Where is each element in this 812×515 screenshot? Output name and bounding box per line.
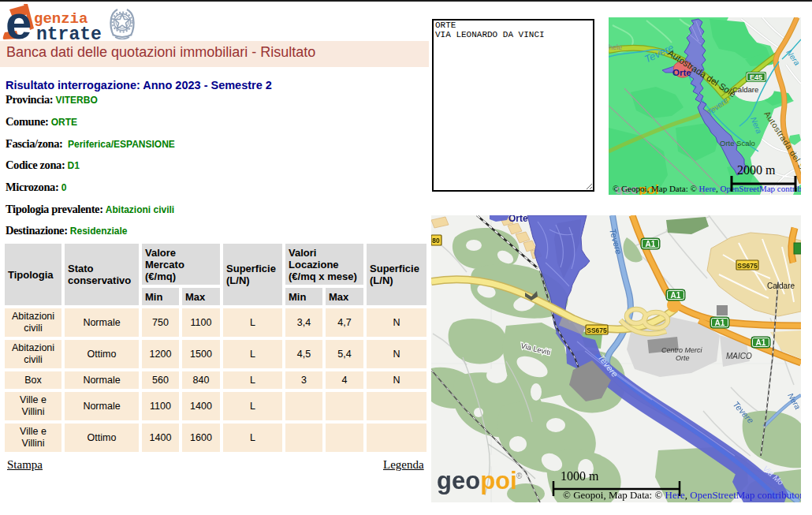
svg-text:e: e [6, 3, 32, 39]
svg-text:2000 m: 2000 m [737, 163, 776, 177]
svg-text:Caldare: Caldare [767, 282, 795, 290]
svg-text:geopoi: geopoi [437, 467, 517, 494]
svg-text:Orte: Orte [508, 215, 528, 224]
svg-text:®: ® [516, 472, 523, 480]
svg-text:© Geopoi, Map Data: © Here, Op: © Geopoi, Map Data: © Here, OpenStreetMa… [613, 184, 801, 193]
svg-text:A1: A1 [715, 319, 725, 327]
svg-text:hele: hele [609, 43, 622, 51]
svg-text:E45: E45 [750, 73, 762, 81]
svg-text:1000 m: 1000 m [561, 469, 599, 483]
svg-text:MAICO: MAICO [726, 352, 752, 360]
svg-text:© Geopoi, Map Data: © Here, Op: © Geopoi, Map Data: © Here, OpenStreetMa… [563, 489, 801, 501]
svg-text:Centro Merci: Centro Merci [661, 346, 703, 354]
svg-text:SS675: SS675 [737, 262, 758, 270]
svg-text:ntrate: ntrate [36, 24, 102, 39]
svg-text:A1: A1 [646, 240, 656, 248]
svg-text:Orte: Orte [676, 354, 690, 362]
svg-text:80: 80 [432, 237, 440, 244]
svg-text:A1: A1 [671, 291, 681, 300]
svg-text:Orte Scalo: Orte Scalo [720, 139, 755, 147]
svg-text:A1: A1 [756, 338, 766, 347]
svg-text:SS675: SS675 [587, 327, 607, 334]
